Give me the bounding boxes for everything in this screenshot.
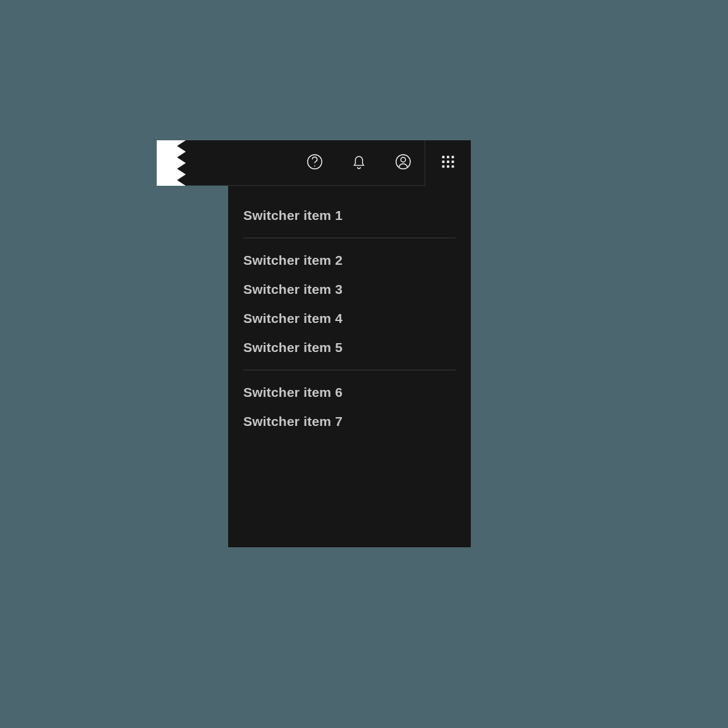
user-icon [394, 152, 413, 174]
switcher-item-label: Switcher item 7 [243, 414, 343, 428]
header-bar [157, 140, 471, 186]
user-button[interactable] [381, 140, 425, 186]
ui-shell-fragment: Switcher item 1 Switcher item 2 Switcher… [157, 140, 471, 547]
header-actions [293, 140, 471, 185]
svg-rect-4 [442, 155, 445, 158]
app-switcher-button[interactable] [425, 140, 471, 186]
switcher-item-label: Switcher item 3 [243, 282, 343, 296]
switcher-item[interactable]: Switcher item 6 [228, 378, 471, 407]
svg-rect-11 [447, 165, 449, 167]
svg-rect-7 [442, 161, 445, 163]
switcher-item-label: Switcher item 1 [243, 208, 343, 222]
svg-point-3 [401, 157, 406, 162]
svg-point-1 [314, 165, 315, 166]
help-icon [305, 152, 324, 174]
grid-icon [439, 152, 458, 174]
help-button[interactable] [293, 140, 337, 186]
switcher-item[interactable]: Switcher item 2 [228, 246, 471, 275]
svg-rect-6 [452, 155, 454, 158]
svg-rect-12 [452, 165, 454, 167]
switcher-item-label: Switcher item 5 [243, 340, 343, 355]
switcher-panel: Switcher item 1 Switcher item 2 Switcher… [228, 186, 471, 547]
switcher-item[interactable]: Switcher item 5 [228, 333, 471, 362]
crop-zigzag-edge [157, 140, 186, 186]
switcher-item[interactable]: Switcher item 1 [228, 201, 471, 230]
switcher-divider [243, 370, 456, 370]
switcher-divider [243, 238, 456, 238]
svg-rect-8 [447, 161, 449, 163]
switcher-item-label: Switcher item 4 [243, 311, 343, 325]
switcher-list: Switcher item 1 Switcher item 2 Switcher… [228, 201, 471, 436]
svg-rect-9 [452, 161, 454, 163]
switcher-item-label: Switcher item 2 [243, 253, 343, 267]
switcher-item[interactable]: Switcher item 3 [228, 275, 471, 304]
notifications-button[interactable] [337, 140, 381, 186]
switcher-item[interactable]: Switcher item 4 [228, 304, 471, 333]
switcher-item-label: Switcher item 6 [243, 385, 343, 399]
svg-rect-10 [442, 165, 445, 167]
svg-rect-5 [447, 155, 449, 158]
bell-icon [349, 152, 368, 174]
switcher-item[interactable]: Switcher item 7 [228, 407, 471, 436]
